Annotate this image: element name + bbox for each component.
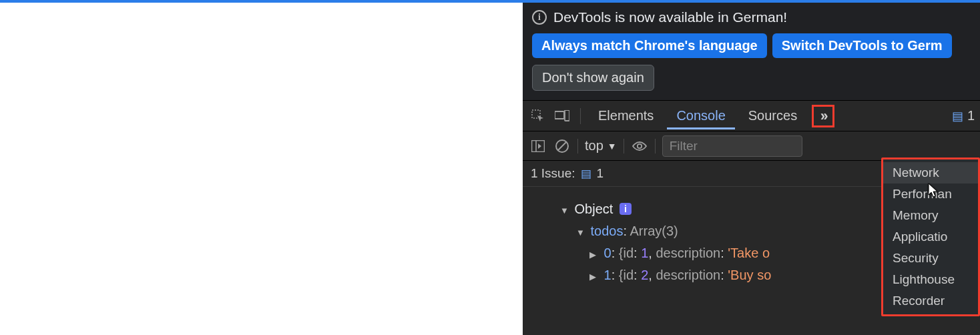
- live-expression-icon[interactable]: [631, 137, 648, 155]
- dropdown-item-recorder[interactable]: Recorder: [883, 290, 978, 312]
- device-toolbar-icon[interactable]: [552, 106, 572, 126]
- separator: [580, 108, 581, 124]
- disclosure-triangle-icon[interactable]: [589, 265, 600, 287]
- info-badge-icon[interactable]: i: [620, 203, 632, 215]
- svg-point-7: [637, 143, 641, 147]
- dont-show-again-button[interactable]: Don't show again: [532, 65, 654, 91]
- object-label: Object: [575, 202, 614, 216]
- inspect-element-icon[interactable]: [528, 106, 548, 126]
- context-label: top: [585, 138, 603, 153]
- dropdown-item-lighthouse[interactable]: Lighthouse: [883, 269, 978, 290]
- issues-badge[interactable]: ▤ 1: [952, 108, 975, 123]
- issues-icon: ▤: [581, 167, 591, 181]
- toggle-sidebar-icon[interactable]: [529, 137, 547, 155]
- infobar-message: DevTools is now available in German!: [553, 9, 787, 25]
- dropdown-item-security[interactable]: Security: [883, 248, 978, 269]
- dropdown-item-application[interactable]: Applicatio: [883, 226, 978, 248]
- separator: [624, 139, 624, 153]
- tab-sources[interactable]: Sources: [739, 102, 806, 129]
- dropdown-item-performance[interactable]: Performan: [883, 184, 978, 205]
- more-tabs-dropdown: Network Performan Memory Applicatio Secu…: [881, 157, 980, 316]
- property-key: todos: [591, 224, 624, 238]
- caret-down-icon: ▼: [607, 141, 617, 151]
- page-content: [0, 0, 523, 335]
- devtools-panel: i DevTools is now available in German! A…: [523, 0, 980, 335]
- issues-icon: ▤: [952, 109, 963, 123]
- issues-count: 1: [967, 108, 975, 123]
- language-infobar: i DevTools is now available in German! A…: [523, 3, 980, 101]
- tab-console[interactable]: Console: [667, 102, 734, 129]
- dropdown-item-memory[interactable]: Memory: [883, 205, 978, 226]
- more-tabs-button[interactable]: ››: [812, 105, 834, 127]
- disclosure-triangle-icon[interactable]: [560, 199, 571, 221]
- issue-count: 1: [597, 166, 604, 181]
- console-toolbar: top ▼: [523, 131, 980, 161]
- svg-rect-1: [555, 111, 564, 119]
- disclosure-triangle-icon[interactable]: [589, 243, 600, 265]
- switch-to-german-button[interactable]: Switch DevTools to Germ: [772, 33, 952, 58]
- clear-console-icon[interactable]: [553, 137, 571, 155]
- info-icon: i: [532, 10, 547, 25]
- svg-rect-2: [565, 110, 569, 121]
- separator: [655, 139, 656, 153]
- dropdown-item-network[interactable]: Network: [883, 162, 978, 184]
- context-selector[interactable]: top ▼: [585, 138, 617, 153]
- issue-label: 1 Issue:: [531, 166, 575, 181]
- svg-line-6: [558, 142, 566, 150]
- disclosure-triangle-icon[interactable]: [576, 221, 587, 243]
- tab-elements[interactable]: Elements: [589, 102, 663, 129]
- always-match-language-button[interactable]: Always match Chrome's language: [532, 33, 767, 58]
- separator: [577, 139, 578, 153]
- property-type: Array(3): [630, 224, 678, 238]
- devtools-tabstrip: Elements Console Sources ›› ▤ 1: [523, 101, 980, 131]
- filter-input[interactable]: [662, 135, 802, 157]
